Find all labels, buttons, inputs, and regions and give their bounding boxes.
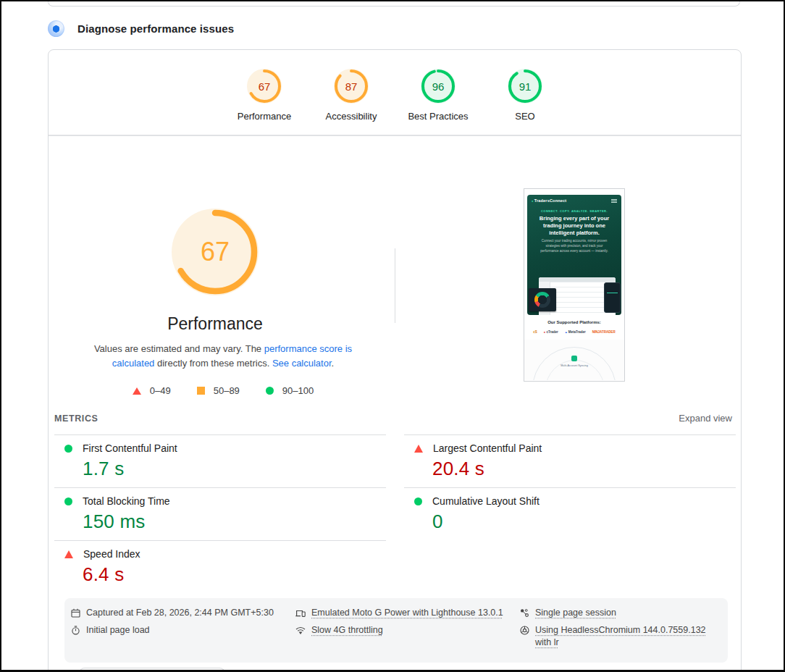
phone-screen — [604, 282, 621, 313]
performance-main-score: 67 — [172, 209, 259, 295]
thumbnail-bottom-section: Multi-Account Syncing — [524, 340, 624, 380]
thumbnail-body-text: Connect your trading accounts, mirror pr… — [537, 239, 612, 253]
session-nodes-icon — [520, 608, 529, 618]
browser-version-text: Using HeadlessChromium 144.0.7559.132 wi… — [535, 624, 721, 649]
seo-gauge: 91 — [508, 69, 542, 104]
expand-view-button[interactable]: Expand view — [679, 413, 732, 424]
metrics-caption: METRICS — [54, 413, 98, 424]
metric-value: 6.4 s — [83, 563, 386, 586]
decorative-arcs — [532, 347, 616, 380]
environment-footer: Captured at Feb 28, 2026, 2:44 PM GMT+5:… — [64, 598, 728, 663]
metrics-grid: First Contentful Paint 1.7 s Largest Con… — [54, 434, 736, 593]
thumbnail-tagline: CONNECT. COPY. ANALYZE. SMARTER. — [532, 209, 617, 213]
final-screenshot-thumbnail: TradersConnect CONNECT. COPY. ANALYZE. S… — [524, 188, 625, 382]
best-practices-gauge: 96 — [421, 69, 456, 104]
metric-status-icon — [64, 445, 72, 453]
platform-logo: cTrader — [544, 330, 558, 334]
browser-version[interactable]: Using HeadlessChromium 144.0.7559.132 wi… — [520, 624, 721, 649]
session-type-text: Initial page load — [86, 624, 150, 637]
score-label: Accessibility — [326, 111, 377, 122]
metric-cumulative-layout-shift: Cumulative Layout Shift 0 — [404, 487, 736, 540]
average-square-icon — [197, 387, 205, 395]
score-best-practices[interactable]: 96 Best Practices — [395, 69, 482, 122]
thumbnail-dashboard-mock — [527, 272, 621, 315]
score-accessibility[interactable]: 87 Accessibility — [308, 69, 395, 122]
metric-largest-contentful-paint: Largest Contentful Paint 20.4 s — [404, 434, 736, 487]
devices-icon — [295, 608, 306, 618]
page-session-text: Single page session — [535, 607, 616, 619]
best-practices-score: 96 — [421, 69, 456, 104]
env-column-device: Emulated Moto G Power with Lighthouse 13… — [295, 607, 520, 654]
metric-name: Largest Contentful Paint — [433, 442, 542, 454]
legend-range-label: 90–100 — [282, 385, 314, 396]
next-section-top-edge — [79, 668, 225, 672]
thumbnail-brand: TradersConnect — [532, 198, 566, 203]
metric-status-icon — [64, 497, 72, 505]
section-header: Diagnose performance issues — [48, 20, 234, 37]
platforms-title: Our Supported Platforms: — [524, 320, 624, 324]
seo-score: 91 — [508, 69, 542, 104]
score-label: Best Practices — [408, 111, 468, 122]
category-scores-row: 67 Performance 87 Accessibility 96 Best … — [49, 50, 741, 136]
score-label: Performance — [238, 111, 291, 122]
feature-chip-icon — [571, 356, 577, 361]
emulated-device[interactable]: Emulated Moto G Power with Lighthouse 13… — [295, 607, 507, 619]
lighthouse-logo-icon — [48, 20, 64, 37]
section-title: Diagnose performance issues — [77, 22, 234, 35]
metric-speed-index: Speed Index 6.4 s — [54, 540, 386, 593]
captured-at: Captured at Feb 28, 2026, 2:44 PM GMT+5:… — [71, 607, 282, 619]
metric-status-icon — [414, 497, 422, 505]
metric-value: 0 — [432, 511, 736, 533]
disclaimer-text: . — [332, 358, 335, 369]
env-column-browser: Single page session Using HeadlessChromi… — [520, 607, 721, 654]
platform-logo: NINJATRADER — [592, 330, 616, 334]
lighthouse-report-view: Diagnose performance issues 67 Performan… — [0, 0, 785, 672]
disclaimer-text: directly from these metrics. — [154, 358, 272, 369]
metric-name: First Contentful Paint — [83, 442, 177, 454]
metric-status-icon — [414, 445, 423, 453]
throttling-text: Slow 4G throttling — [311, 624, 383, 637]
score-disclaimer: Values are estimated and may vary. The p… — [82, 342, 364, 371]
emulated-device-text: Emulated Moto G Power with Lighthouse 13… — [311, 607, 503, 619]
throttling[interactable]: Slow 4G throttling — [295, 624, 507, 637]
legend-pass-range: 90–100 — [266, 385, 314, 396]
metric-first-contentful-paint: First Contentful Paint 1.7 s — [54, 434, 386, 487]
legend-average-range: 50–89 — [197, 385, 240, 396]
platform-logo: MetaTrader — [565, 330, 586, 334]
dark-gauge-card — [529, 288, 556, 311]
see-calculator-link[interactable]: See calculator — [272, 358, 332, 369]
metric-name: Cumulative Layout Shift — [432, 495, 540, 507]
score-label: SEO — [515, 111, 534, 122]
thumbnail-hero: TradersConnect CONNECT. COPY. ANALYZE. S… — [527, 195, 621, 315]
feature-label: Multi-Account Syncing — [524, 364, 624, 369]
metric-value: 1.7 s — [83, 458, 386, 480]
pass-circle-icon — [266, 387, 274, 395]
legend-range-label: 0–49 — [150, 385, 171, 396]
calendar-icon — [71, 608, 80, 618]
fail-triangle-icon — [133, 387, 141, 395]
performance-gauge: 67 — [247, 69, 282, 104]
page-session[interactable]: Single page session — [520, 607, 721, 619]
metric-total-blocking-time: Total Blocking Time 150 ms — [54, 487, 386, 540]
score-performance[interactable]: 67 Performance — [221, 69, 308, 122]
env-column-capture: Captured at Feb 28, 2026, 2:44 PM GMT+5:… — [71, 607, 295, 654]
chromium-icon — [520, 626, 529, 635]
performance-summary-section: 67 Performance Values are estimated and … — [49, 136, 741, 406]
vertical-divider — [395, 248, 395, 323]
metric-name: Total Blocking Time — [83, 495, 170, 507]
accessibility-gauge: 87 — [334, 69, 369, 104]
accessibility-score: 87 — [334, 69, 369, 104]
report-card: 67 Performance 87 Accessibility 96 Best … — [48, 49, 742, 672]
platform-logo: cS — [533, 330, 537, 334]
session-type: Initial page load — [71, 624, 282, 637]
previous-card-bottom-edge — [48, 1, 740, 7]
hamburger-icon — [611, 199, 617, 203]
score-seo[interactable]: 91 SEO — [482, 69, 568, 122]
performance-title: Performance — [106, 314, 324, 334]
mini-gauge — [534, 292, 550, 308]
thumbnail-platforms: Our Supported Platforms: cS cTrader Meta… — [524, 315, 624, 334]
metric-value: 150 ms — [83, 511, 386, 533]
metrics-header: METRICS Expand view — [54, 413, 732, 424]
legend-fail-range: 0–49 — [133, 385, 171, 396]
metric-value: 20.4 s — [432, 458, 736, 480]
